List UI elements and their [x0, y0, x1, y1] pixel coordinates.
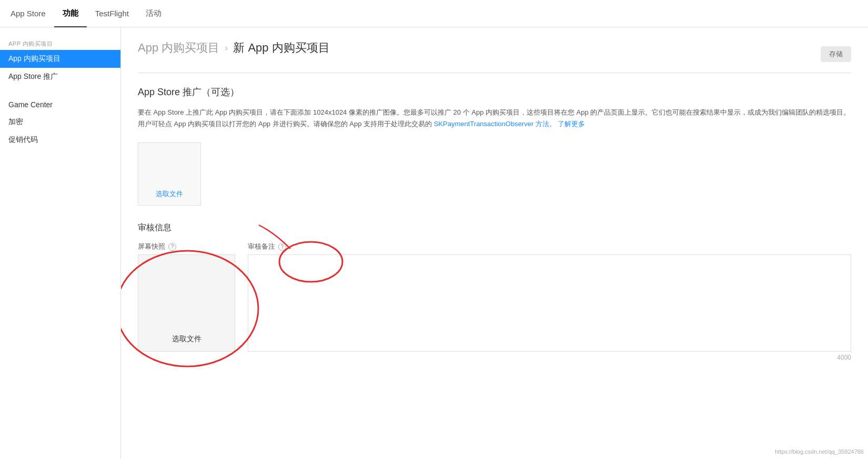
promotion-section: App Store 推广（可选） 要在 App Store 上推广此 App 内…: [138, 86, 851, 206]
breadcrumb-parent[interactable]: App 内购买项目: [138, 40, 219, 56]
review-fields: 屏幕快照 ? 选取文件 审核备注 ? 4: [138, 242, 851, 361]
sidebar: APP 内购买项目 App 内购买项目 App Store 推广 Game Ce…: [0, 27, 121, 459]
screenshot-upload-box[interactable]: 选取文件: [138, 254, 235, 352]
breadcrumb-separator: ›: [225, 43, 228, 54]
learn-more-link[interactable]: 了解更多: [558, 120, 585, 128]
review-notes-label: 审核备注 ?: [248, 242, 851, 251]
sidebar-item-promo-codes[interactable]: 促销代码: [0, 131, 120, 149]
sidebar-item-iap[interactable]: App 内购买项目: [0, 50, 120, 68]
screenshot-label: 屏幕快照 ?: [138, 242, 235, 251]
promotion-upload-link[interactable]: 选取文件: [156, 189, 183, 199]
breadcrumb-current: 新 App 内购买项目: [233, 40, 329, 56]
review-section-title: 审核信息: [138, 222, 851, 233]
review-notes-help-icon[interactable]: ?: [278, 243, 286, 251]
review-notes-field: 审核备注 ? 4000: [248, 242, 851, 361]
promotion-description: 要在 App Store 上推广此 App 内购买项目，请在下面添加 1024x…: [138, 107, 851, 130]
save-button[interactable]: 存储: [821, 46, 851, 62]
nav-features[interactable]: 功能: [54, 0, 87, 27]
sidebar-group-iap: App 内购买项目 App Store 推广: [0, 50, 120, 86]
nav-app-store[interactable]: App Store: [8, 0, 54, 27]
breadcrumb: App 内购买项目 › 新 App 内购买项目: [138, 40, 330, 56]
nav-activity[interactable]: 活动: [137, 0, 170, 27]
review-notes-textarea[interactable]: [248, 254, 851, 352]
top-nav: App Store 功能 TestFlight 活动: [0, 0, 868, 27]
review-section: 审核信息 屏幕快照 ? 选取文件: [138, 222, 851, 361]
watermark: https://blog.csdn.net/qq_35924786: [775, 448, 864, 455]
section-divider: [138, 73, 851, 73]
screenshot-upload-link[interactable]: 选取文件: [172, 334, 201, 344]
screenshot-help-icon[interactable]: ?: [168, 243, 176, 251]
main-content: App 内购买项目 › 新 App 内购买项目 存储 App Store 推广（…: [121, 27, 868, 459]
sidebar-item-appstore-promotion[interactable]: App Store 推广: [0, 68, 120, 86]
sidebar-item-game-center[interactable]: Game Center: [0, 96, 120, 113]
screenshot-field: 屏幕快照 ? 选取文件: [138, 242, 235, 352]
char-count: 4000: [248, 354, 851, 361]
sidebar-item-encryption[interactable]: 加密: [0, 113, 120, 131]
promotion-upload-box[interactable]: 选取文件: [138, 142, 201, 206]
sk-payment-link[interactable]: SKPaymentTransactionObserver 方法。: [434, 120, 556, 128]
promotion-title: App Store 推广（可选）: [138, 86, 851, 98]
sidebar-section-title: APP 内购买项目: [0, 36, 120, 50]
nav-testflight[interactable]: TestFlight: [87, 0, 137, 27]
